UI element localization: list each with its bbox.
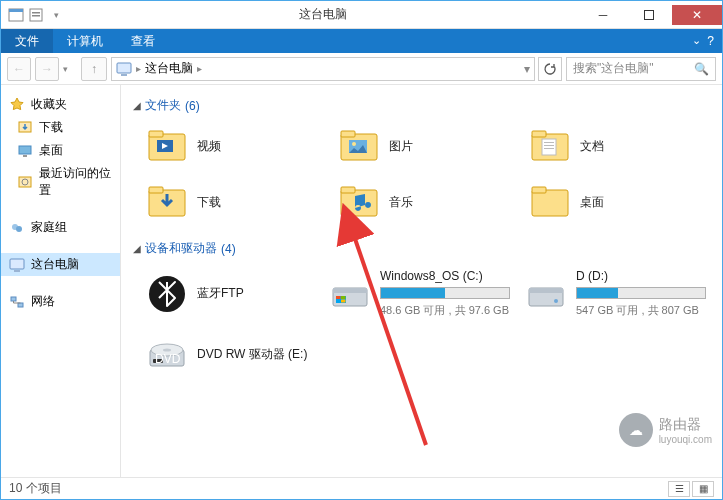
svg-rect-1 [9,9,23,12]
view-icons-button[interactable]: ▦ [692,481,714,497]
svg-rect-9 [19,146,31,154]
refresh-button[interactable] [538,57,562,81]
svg-rect-23 [341,131,355,137]
search-icon: 🔍 [694,62,709,76]
content-pane[interactable]: ◢ 文件夹 (6) 视频 图片 文档 下载 音乐 桌面 ◢ 设备和驱动器 (4) [121,85,722,477]
svg-rect-45 [341,299,346,302]
sidebar-item-downloads[interactable]: 下载 [1,116,120,139]
svg-rect-33 [149,187,163,193]
svg-rect-15 [10,259,24,269]
ribbon-tabs: 文件 计算机 查看 ⌄ ? [1,29,722,53]
breadcrumb-separator-icon[interactable]: ▸ [197,63,202,74]
svg-rect-6 [117,63,131,73]
file-tab[interactable]: 文件 [1,29,53,53]
search-input[interactable]: 搜索"这台电脑" 🔍 [566,57,716,81]
breadcrumb-separator-icon[interactable]: ▸ [136,63,141,74]
sidebar-item-recent[interactable]: 最近访问的位置 [1,162,120,202]
folder-videos[interactable]: 视频 [143,122,327,170]
maximize-button[interactable] [626,5,672,25]
svg-rect-44 [336,299,341,302]
svg-rect-35 [341,187,355,193]
window-title: 这台电脑 [65,6,580,23]
svg-rect-29 [544,142,554,143]
svg-point-25 [352,142,356,146]
homegroup-icon [9,220,25,236]
drive-os-icon [330,274,370,314]
folder-pictures-icon [339,126,379,166]
sidebar-thispc[interactable]: 这台电脑 [1,253,120,276]
drive-capacity-bar [380,287,510,299]
desktop-icon [17,143,33,159]
svg-rect-28 [542,139,556,155]
nav-forward-button[interactable]: → [35,57,59,81]
nav-up-button[interactable]: ↑ [81,57,107,81]
folder-downloads[interactable]: 下载 [143,178,327,226]
nav-history-dropdown[interactable]: ▾ [63,64,77,74]
drives-grid: 蓝牙FTP Windows8_OS (C:) 48.6 GB 可用 , 共 97… [133,265,710,378]
help-icon[interactable]: ? [707,34,714,48]
svg-rect-30 [544,145,554,146]
section-folders-header[interactable]: ◢ 文件夹 (6) [133,97,710,114]
sidebar-homegroup[interactable]: 家庭组 [1,216,120,239]
svg-rect-37 [532,187,546,193]
dvd-drive-icon: DVD [147,334,187,374]
collapse-icon: ◢ [133,243,141,254]
qat-dropdown-icon[interactable]: ▾ [47,6,65,24]
address-dropdown-icon[interactable]: ▾ [524,62,530,76]
folder-documents-icon [530,126,570,166]
navigation-sidebar: 收藏夹 下载 桌面 最近访问的位置 家庭组 这台电脑 网络 [1,85,121,477]
folder-icon [530,182,570,222]
title-bar: ▾ 这台电脑 ─ ✕ [1,1,722,29]
sidebar-favorites[interactable]: 收藏夹 [1,93,120,116]
svg-rect-42 [336,296,341,299]
folder-music[interactable]: 音乐 [335,178,519,226]
folder-documents[interactable]: 文档 [526,122,710,170]
drive-c[interactable]: Windows8_OS (C:) 48.6 GB 可用 , 共 97.6 GB [326,265,514,322]
qat-properties-icon[interactable] [27,6,45,24]
svg-point-48 [554,299,558,303]
address-box[interactable]: ▸ 这台电脑 ▸ ▾ [111,57,535,81]
status-item-count: 10 个项目 [9,480,62,497]
folder-video-icon [147,126,187,166]
drive-icon [526,274,566,314]
sidebar-item-desktop[interactable]: 桌面 [1,139,120,162]
svg-rect-10 [23,155,27,157]
svg-point-14 [16,226,22,232]
folder-pictures[interactable]: 图片 [335,122,519,170]
network-icon [9,294,25,310]
drive-dvd[interactable]: DVD DVD RW 驱动器 (E:) [143,330,318,378]
system-menu-icon[interactable] [7,6,25,24]
svg-rect-31 [544,148,554,149]
star-icon [9,97,25,113]
close-button[interactable]: ✕ [672,5,722,25]
drive-d[interactable]: D (D:) 547 GB 可用 , 共 807 GB [522,265,710,322]
section-drives-header[interactable]: ◢ 设备和驱动器 (4) [133,240,710,257]
view-details-button[interactable]: ☰ [668,481,690,497]
svg-rect-20 [149,131,163,137]
breadcrumb-item[interactable]: 这台电脑 [145,60,193,77]
address-bar-row: ← → ▾ ↑ ▸ 这台电脑 ▸ ▾ 搜索"这台电脑" 🔍 [1,53,722,85]
svg-rect-5 [645,10,654,19]
svg-rect-43 [341,296,346,299]
status-bar: 10 个项目 ☰ ▦ [1,477,722,499]
svg-rect-36 [532,190,568,216]
folder-desktop[interactable]: 桌面 [526,178,710,226]
ribbon-collapse-icon[interactable]: ⌄ [692,34,701,48]
svg-rect-16 [14,270,20,272]
sidebar-network[interactable]: 网络 [1,290,120,313]
svg-text:DVD: DVD [155,352,181,366]
search-placeholder: 搜索"这台电脑" [573,60,654,77]
minimize-button[interactable]: ─ [580,5,626,25]
view-tab[interactable]: 查看 [117,29,169,54]
svg-rect-27 [532,131,546,137]
svg-rect-17 [11,297,16,301]
computer-icon [116,61,132,77]
nav-back-button[interactable]: ← [7,57,31,81]
svg-rect-7 [121,74,127,76]
watermark: ☁ 路由器 luyouqi.com [619,413,712,447]
computer-tab[interactable]: 计算机 [53,29,117,54]
bluetooth-icon [147,274,187,314]
device-bluetooth[interactable]: 蓝牙FTP [143,265,318,322]
svg-rect-40 [333,288,367,293]
collapse-icon: ◢ [133,100,141,111]
